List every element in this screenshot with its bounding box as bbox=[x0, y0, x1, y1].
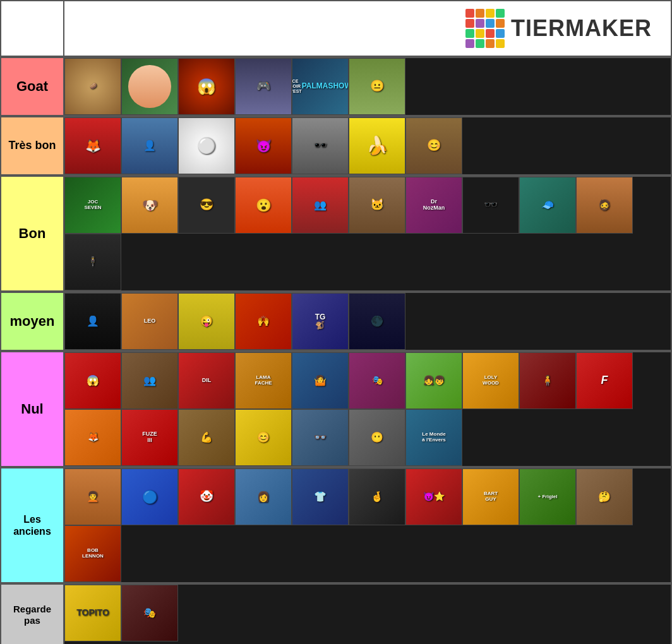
list-item: 😈 bbox=[235, 117, 292, 174]
tier-label-les-anciens: Les anciens bbox=[1, 468, 64, 582]
list-item: 👕 bbox=[292, 468, 349, 525]
list-item bbox=[121, 58, 178, 115]
tier-label-bon: Bon bbox=[1, 177, 64, 290]
list-item: 👤 bbox=[64, 293, 121, 350]
tier-items-goat: 🥔 😱 🎮 CE bbox=[64, 58, 671, 115]
list-item: 😈⭐ bbox=[405, 468, 462, 525]
list-item: 🙌 bbox=[235, 293, 292, 350]
list-item: LAMAFACHE bbox=[235, 352, 292, 409]
list-item: FUZEIII bbox=[121, 409, 178, 466]
list-item: 😱 bbox=[178, 58, 235, 115]
list-item: BOBLENNON bbox=[64, 525, 121, 582]
header-row: TierMaker bbox=[0, 0, 672, 57]
list-item: 🧑‍🦱 bbox=[64, 468, 121, 525]
list-item: 🍌 bbox=[349, 117, 405, 174]
list-item: 🦊 bbox=[64, 117, 121, 174]
list-item: LOLYWOOD bbox=[462, 352, 519, 409]
list-item: 🦊 bbox=[64, 409, 121, 466]
list-item: 🎮 bbox=[235, 58, 292, 115]
list-item: 🤔 bbox=[576, 468, 633, 525]
list-item: BARTGUY bbox=[462, 468, 519, 525]
list-item: 🌑 bbox=[349, 293, 405, 350]
logo-grid bbox=[465, 9, 505, 48]
list-item: 🕶️ bbox=[292, 117, 349, 174]
tier-row-bon: Bon JOCSEVEN 🐶 😎 😮 👥 🐱 DrNozMan bbox=[0, 176, 672, 292]
tier-row-les-anciens: Les anciens 🧑‍🦱 🔵 🤡 👩 👕 🤞 😈⭐ bbox=[0, 467, 672, 583]
tier-label-tres-bon: Très bon bbox=[1, 117, 64, 174]
list-item: 🧔 bbox=[576, 177, 633, 234]
tier-row-tres-bon: Très bon 🦊 👤 ⚪ 😈 🕶️ 🍌 😊 bbox=[0, 116, 672, 176]
list-item: Le Mondeà l'Envers bbox=[405, 409, 462, 466]
list-item: 🕶️ bbox=[462, 177, 519, 234]
list-item: 🐶 bbox=[121, 177, 178, 234]
list-item: 🧍 bbox=[519, 352, 576, 409]
list-item: 😎 bbox=[178, 177, 235, 234]
list-item: 😊 bbox=[405, 117, 462, 174]
tier-items-moyen: 👤 LEO 😜 🙌 TG🐒 🌑 bbox=[64, 293, 671, 350]
list-item: JOCSEVEN bbox=[64, 177, 121, 234]
list-item: ⚪ bbox=[178, 117, 235, 174]
list-item: DrNozMan bbox=[405, 177, 462, 234]
list-item: 😮 bbox=[235, 177, 292, 234]
list-item: 😶 bbox=[349, 409, 405, 466]
list-item: F bbox=[576, 352, 633, 409]
tier-label-goat: Goat bbox=[1, 58, 64, 115]
tier-items-nul: 😱 👥 DIL LAMAFACHE 🤷 🎭 👧👦 LOLYWOOD bbox=[64, 352, 671, 466]
list-item: + Frigiel bbox=[519, 468, 576, 525]
list-item: 👧👦 bbox=[405, 352, 462, 409]
list-item: 👩 bbox=[235, 468, 292, 525]
tier-list-container: TierMaker Goat 🥔 😱 bbox=[0, 0, 672, 644]
list-item: 😐 bbox=[349, 58, 405, 115]
list-item: 🤞 bbox=[349, 468, 405, 525]
list-item: 🧢 bbox=[519, 177, 576, 234]
tier-label-nul: Nul bbox=[1, 352, 64, 466]
list-item: TG🐒 bbox=[292, 293, 349, 350]
list-item: 😱 bbox=[64, 352, 121, 409]
list-item: 👥 bbox=[121, 352, 178, 409]
list-item: 😜 bbox=[178, 293, 235, 350]
list-item: TOPITO bbox=[64, 585, 121, 641]
list-item: 🤷 bbox=[292, 352, 349, 409]
list-item: 🐱 bbox=[349, 177, 405, 234]
tier-row-nul: Nul 😱 👥 DIL LAMAFACHE 🤷 🎭 👧👦 bbox=[0, 351, 672, 467]
list-item: 👓 bbox=[292, 409, 349, 466]
tiermaker-logo: TierMaker bbox=[465, 9, 652, 48]
list-item: 🎭 bbox=[349, 352, 405, 409]
list-item: 🔵 bbox=[121, 468, 178, 525]
tier-row-moyen: moyen 👤 LEO 😜 🙌 TG🐒 🌑 bbox=[0, 292, 672, 351]
tiermaker-text: TierMaker bbox=[511, 15, 652, 42]
tier-label-moyen: moyen bbox=[1, 293, 64, 350]
list-item: 👥 bbox=[292, 177, 349, 234]
list-item: LEO bbox=[121, 293, 178, 350]
tier-label-regarde-pas: Regarde pas bbox=[1, 585, 64, 644]
list-item: 👤 bbox=[121, 117, 178, 174]
tier-items-bon: JOCSEVEN 🐶 😎 😮 👥 🐱 DrNozMan 🕶️ bbox=[64, 177, 671, 290]
tier-items-regarde-pas: TOPITO 🎭 bbox=[64, 585, 671, 644]
tier-row-goat: Goat 🥔 😱 🎮 bbox=[0, 57, 672, 116]
list-item: 💪 bbox=[178, 409, 235, 466]
list-item: 😊 bbox=[235, 409, 292, 466]
list-item: 🎭 bbox=[121, 585, 178, 641]
tier-row-regarde-pas: Regarde pas TOPITO 🎭 bbox=[0, 583, 672, 644]
tier-items-les-anciens: 🧑‍🦱 🔵 🤡 👩 👕 🤞 😈⭐ BARTGUY bbox=[64, 468, 671, 582]
list-item: CE SOIR C'ESTPALMASHOW bbox=[292, 58, 349, 115]
list-item: DIL bbox=[178, 352, 235, 409]
list-item: 🤡 bbox=[178, 468, 235, 525]
list-item: 🥔 bbox=[64, 58, 121, 115]
list-item: 🕴️ bbox=[64, 234, 121, 290]
tier-items-tres-bon: 🦊 👤 ⚪ 😈 🕶️ 🍌 😊 bbox=[64, 117, 671, 174]
